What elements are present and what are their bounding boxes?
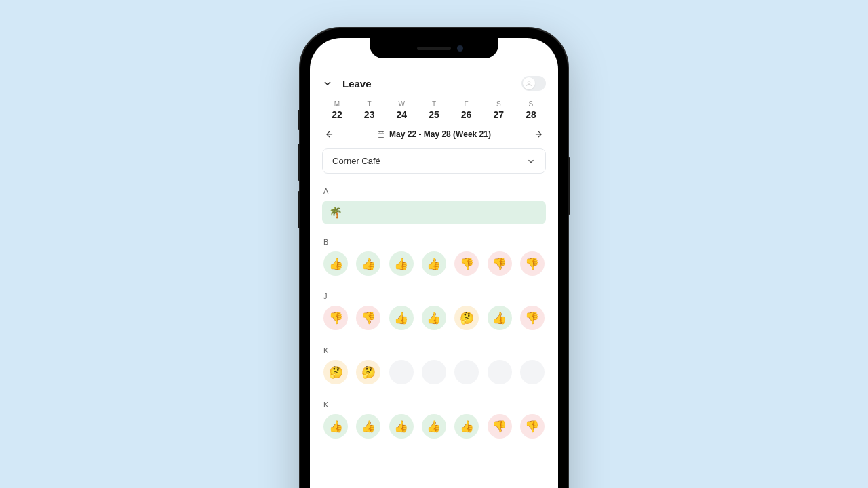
group-label: K xyxy=(322,344,546,360)
day-number: 22 xyxy=(325,109,349,120)
day-letter: S xyxy=(486,100,511,108)
day-col[interactable]: T25 xyxy=(422,100,446,120)
svg-point-0 xyxy=(528,81,530,83)
availability-cell[interactable]: 👍 xyxy=(389,414,414,439)
availability-cell[interactable]: 👍 xyxy=(389,306,414,330)
palm-tree-icon: 🌴 xyxy=(329,207,342,218)
day-letter: M xyxy=(325,100,349,108)
day-number: 25 xyxy=(422,109,446,120)
next-week-button[interactable] xyxy=(534,129,543,139)
day-letter: T xyxy=(357,100,382,108)
day-col[interactable]: S28 xyxy=(519,100,543,120)
availability-cell[interactable]: 👍 xyxy=(422,414,446,439)
header: Leave xyxy=(322,73,546,100)
availability-cell[interactable]: 👍 xyxy=(389,251,414,276)
availability-row: 👎👎👍👍🤔👍👎 xyxy=(322,306,546,344)
front-camera xyxy=(457,45,463,52)
availability-row: 👍👍👍👍👎👎👎 xyxy=(322,251,546,289)
day-number: 28 xyxy=(519,109,543,120)
day-letter: W xyxy=(389,100,414,108)
availability-cell[interactable]: 👍 xyxy=(488,306,512,330)
location-select-value: Corner Café xyxy=(332,156,380,166)
power-button xyxy=(568,157,570,215)
app-content: Leave M22T23W24T25F26S27S28 xyxy=(310,38,558,488)
page-title: Leave xyxy=(342,78,372,89)
availability-cell[interactable]: 👎 xyxy=(356,306,380,330)
group-label: J xyxy=(322,289,546,306)
svg-rect-2 xyxy=(378,132,384,138)
notch xyxy=(370,38,498,58)
group-label: A xyxy=(322,184,546,201)
day-col[interactable]: W24 xyxy=(389,100,414,120)
availability-cell[interactable]: 👍 xyxy=(422,251,446,276)
day-col[interactable]: T23 xyxy=(357,100,382,120)
day-letter: S xyxy=(519,100,543,108)
availability-row: 👍👍👍👍👍👎👎 xyxy=(322,414,546,452)
availability-cell[interactable]: 👎 xyxy=(488,251,512,276)
availability-cell[interactable]: 🤔 xyxy=(323,360,348,384)
availability-cell[interactable]: 👍 xyxy=(454,414,479,439)
availability-cell[interactable]: 👎 xyxy=(454,251,479,276)
week-range-text: May 22 - May 28 (Week 21) xyxy=(389,129,491,139)
groups-container: A🌴B👍👍👍👍👎👎👎J👎👎👍👍🤔👍👎K🤔🤔K👍👍👍👍👍👎👎 xyxy=(322,184,546,452)
availability-cell[interactable] xyxy=(488,360,512,384)
day-number: 26 xyxy=(454,109,479,120)
group-label: B xyxy=(322,235,546,251)
week-range-label[interactable]: May 22 - May 28 (Week 21) xyxy=(377,129,491,139)
week-nav-row: May 22 - May 28 (Week 21) xyxy=(322,128,546,148)
availability-cell[interactable]: 👎 xyxy=(488,414,512,439)
availability-cell[interactable]: 👎 xyxy=(323,306,348,330)
availability-cell[interactable]: 🤔 xyxy=(356,360,380,384)
day-col[interactable]: S27 xyxy=(486,100,511,120)
calendar-icon xyxy=(377,130,385,138)
chevron-down-icon[interactable] xyxy=(322,78,333,89)
screen: Leave M22T23W24T25F26S27S28 xyxy=(310,38,558,488)
day-letter: T xyxy=(422,100,446,108)
prev-week-button[interactable] xyxy=(325,129,334,139)
availability-cell[interactable]: 👎 xyxy=(520,251,545,276)
day-number: 27 xyxy=(486,109,511,120)
week-days-row: M22T23W24T25F26S27S28 xyxy=(322,100,546,128)
volume-up-button xyxy=(298,144,300,181)
leave-bar[interactable]: 🌴 xyxy=(322,201,546,224)
availability-cell[interactable]: 👎 xyxy=(520,306,545,330)
day-col[interactable]: M22 xyxy=(325,100,349,120)
availability-cell[interactable] xyxy=(389,360,414,384)
profile-toggle-knob xyxy=(523,77,535,89)
day-col[interactable]: F26 xyxy=(454,100,479,120)
silence-switch xyxy=(298,110,300,130)
person-icon xyxy=(526,80,532,87)
availability-cell[interactable] xyxy=(520,360,545,384)
availability-cell[interactable]: 👍 xyxy=(422,306,446,330)
availability-row: 🤔🤔 xyxy=(322,360,546,398)
volume-down-button xyxy=(298,191,300,228)
group-label: K xyxy=(322,398,546,414)
location-select[interactable]: Corner Café xyxy=(322,148,546,174)
speaker xyxy=(417,47,451,50)
chevron-down-icon xyxy=(526,157,536,166)
availability-cell[interactable]: 👍 xyxy=(356,251,380,276)
day-number: 24 xyxy=(389,109,414,120)
day-number: 23 xyxy=(357,109,382,120)
availability-cell[interactable]: 👍 xyxy=(323,251,348,276)
availability-cell[interactable] xyxy=(454,360,479,384)
profile-toggle[interactable] xyxy=(521,76,546,91)
availability-cell[interactable]: 👍 xyxy=(356,414,380,439)
day-letter: F xyxy=(454,100,479,108)
availability-cell[interactable] xyxy=(422,360,446,384)
header-left: Leave xyxy=(322,78,372,89)
availability-cell[interactable]: 👍 xyxy=(323,414,348,439)
availability-cell[interactable]: 👎 xyxy=(520,414,545,439)
availability-cell[interactable]: 🤔 xyxy=(454,306,479,330)
phone-frame: Leave M22T23W24T25F26S27S28 xyxy=(300,28,568,488)
